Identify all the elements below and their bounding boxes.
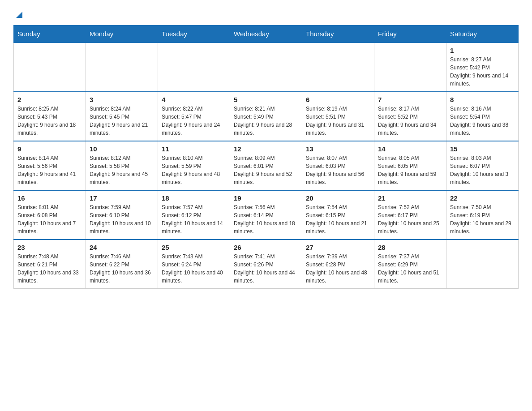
day-number: 18 [162,194,226,202]
calendar-table: SundayMondayTuesdayWednesdayThursdayFrid… [13,25,519,289]
page-header [13,9,519,21]
calendar-cell: 14Sunrise: 8:05 AMSunset: 6:05 PMDayligh… [374,141,446,190]
day-info: Sunrise: 8:10 AMSunset: 5:59 PMDaylight:… [162,154,226,186]
calendar-cell [446,240,519,289]
day-info: Sunrise: 8:12 AMSunset: 5:58 PMDaylight:… [90,154,154,186]
day-number: 2 [17,96,82,103]
calendar-cell [14,43,86,92]
day-info: Sunrise: 7:48 AMSunset: 6:21 PMDaylight:… [17,253,82,285]
calendar-cell: 12Sunrise: 8:09 AMSunset: 6:01 PMDayligh… [230,141,302,190]
calendar-cell: 22Sunrise: 7:50 AMSunset: 6:19 PMDayligh… [446,190,519,240]
day-info: Sunrise: 7:41 AMSunset: 6:26 PMDaylight:… [234,253,298,285]
day-info: Sunrise: 8:03 AMSunset: 6:07 PMDaylight:… [450,154,515,186]
calendar-week-row: 16Sunrise: 8:01 AMSunset: 6:08 PMDayligh… [14,190,519,240]
day-info: Sunrise: 7:54 AMSunset: 6:15 PMDaylight:… [306,203,370,235]
day-info: Sunrise: 7:56 AMSunset: 6:14 PMDaylight:… [234,203,298,235]
calendar-cell: 2Sunrise: 8:25 AMSunset: 5:43 PMDaylight… [14,92,86,141]
calendar-week-row: 1Sunrise: 8:27 AMSunset: 5:42 PMDaylight… [14,43,519,92]
day-number: 8 [450,96,515,103]
calendar-cell: 1Sunrise: 8:27 AMSunset: 5:42 PMDaylight… [446,43,519,92]
svg-marker-0 [16,12,22,18]
day-number: 28 [378,244,442,251]
day-number: 17 [90,194,154,202]
logo [13,9,24,21]
day-of-week-header: Sunday [14,25,86,43]
calendar-cell: 28Sunrise: 7:37 AMSunset: 6:29 PMDayligh… [374,240,446,289]
day-info: Sunrise: 8:25 AMSunset: 5:43 PMDaylight:… [17,105,82,137]
calendar-cell: 24Sunrise: 7:46 AMSunset: 6:22 PMDayligh… [86,240,158,289]
day-number: 13 [306,145,370,153]
day-info: Sunrise: 7:37 AMSunset: 6:29 PMDaylight:… [378,253,442,285]
day-info: Sunrise: 8:19 AMSunset: 5:51 PMDaylight:… [306,105,370,137]
calendar-cell: 7Sunrise: 8:17 AMSunset: 5:52 PMDaylight… [374,92,446,141]
day-of-week-header: Wednesday [230,25,302,43]
calendar-cell: 15Sunrise: 8:03 AMSunset: 6:07 PMDayligh… [446,141,519,190]
calendar-cell: 13Sunrise: 8:07 AMSunset: 6:03 PMDayligh… [302,141,374,190]
day-of-week-header: Monday [86,25,158,43]
day-number: 7 [378,96,442,103]
day-info: Sunrise: 7:59 AMSunset: 6:10 PMDaylight:… [90,203,154,235]
calendar-cell: 25Sunrise: 7:43 AMSunset: 6:24 PMDayligh… [158,240,230,289]
calendar-cell: 11Sunrise: 8:10 AMSunset: 5:59 PMDayligh… [158,141,230,190]
day-of-week-header: Tuesday [158,25,230,43]
calendar-cell: 16Sunrise: 8:01 AMSunset: 6:08 PMDayligh… [14,190,86,240]
calendar-cell [230,43,302,92]
day-info: Sunrise: 7:43 AMSunset: 6:24 PMDaylight:… [162,253,226,285]
day-number: 15 [450,145,515,153]
day-number: 26 [234,244,298,251]
day-number: 12 [234,145,298,153]
calendar-week-row: 2Sunrise: 8:25 AMSunset: 5:43 PMDaylight… [14,92,519,141]
day-number: 20 [306,194,370,202]
logo-triangle-icon [14,9,24,19]
calendar-week-row: 23Sunrise: 7:48 AMSunset: 6:21 PMDayligh… [14,240,519,289]
day-number: 22 [450,194,515,202]
calendar-cell: 4Sunrise: 8:22 AMSunset: 5:47 PMDaylight… [158,92,230,141]
day-number: 6 [306,96,370,103]
day-info: Sunrise: 7:50 AMSunset: 6:19 PMDaylight:… [450,203,515,235]
calendar-cell: 19Sunrise: 7:56 AMSunset: 6:14 PMDayligh… [230,190,302,240]
day-number: 14 [378,145,442,153]
day-of-week-header: Friday [374,25,446,43]
day-of-week-header: Saturday [446,25,519,43]
day-number: 4 [162,96,226,103]
day-info: Sunrise: 8:17 AMSunset: 5:52 PMDaylight:… [378,105,442,137]
day-number: 11 [162,145,226,153]
day-info: Sunrise: 8:16 AMSunset: 5:54 PMDaylight:… [450,105,515,137]
calendar-cell: 8Sunrise: 8:16 AMSunset: 5:54 PMDaylight… [446,92,519,141]
calendar-cell: 6Sunrise: 8:19 AMSunset: 5:51 PMDaylight… [302,92,374,141]
calendar-cell [86,43,158,92]
calendar-cell: 27Sunrise: 7:39 AMSunset: 6:28 PMDayligh… [302,240,374,289]
calendar-cell: 3Sunrise: 8:24 AMSunset: 5:45 PMDaylight… [86,92,158,141]
calendar-cell [374,43,446,92]
day-number: 3 [90,96,154,103]
day-info: Sunrise: 7:46 AMSunset: 6:22 PMDaylight:… [90,253,154,285]
calendar-cell: 5Sunrise: 8:21 AMSunset: 5:49 PMDaylight… [230,92,302,141]
calendar-cell: 21Sunrise: 7:52 AMSunset: 6:17 PMDayligh… [374,190,446,240]
calendar-cell: 23Sunrise: 7:48 AMSunset: 6:21 PMDayligh… [14,240,86,289]
day-of-week-header: Thursday [302,25,374,43]
calendar-cell [302,43,374,92]
day-number: 21 [378,194,442,202]
calendar-header-row: SundayMondayTuesdayWednesdayThursdayFrid… [14,25,519,43]
day-info: Sunrise: 8:07 AMSunset: 6:03 PMDaylight:… [306,154,370,186]
day-number: 24 [90,244,154,251]
day-info: Sunrise: 7:57 AMSunset: 6:12 PMDaylight:… [162,203,226,235]
day-number: 25 [162,244,226,251]
day-info: Sunrise: 8:05 AMSunset: 6:05 PMDaylight:… [378,154,442,186]
day-number: 10 [90,145,154,153]
day-number: 1 [450,47,515,54]
day-info: Sunrise: 8:21 AMSunset: 5:49 PMDaylight:… [234,105,298,137]
calendar-cell: 9Sunrise: 8:14 AMSunset: 5:56 PMDaylight… [14,141,86,190]
calendar-cell: 17Sunrise: 7:59 AMSunset: 6:10 PMDayligh… [86,190,158,240]
day-number: 23 [17,244,82,251]
day-info: Sunrise: 8:01 AMSunset: 6:08 PMDaylight:… [17,203,82,235]
day-number: 27 [306,244,370,251]
calendar-cell: 20Sunrise: 7:54 AMSunset: 6:15 PMDayligh… [302,190,374,240]
calendar-week-row: 9Sunrise: 8:14 AMSunset: 5:56 PMDaylight… [14,141,519,190]
calendar-cell: 18Sunrise: 7:57 AMSunset: 6:12 PMDayligh… [158,190,230,240]
day-info: Sunrise: 8:22 AMSunset: 5:47 PMDaylight:… [162,105,226,137]
calendar-cell [158,43,230,92]
day-number: 5 [234,96,298,103]
day-info: Sunrise: 8:24 AMSunset: 5:45 PMDaylight:… [90,105,154,137]
day-number: 19 [234,194,298,202]
